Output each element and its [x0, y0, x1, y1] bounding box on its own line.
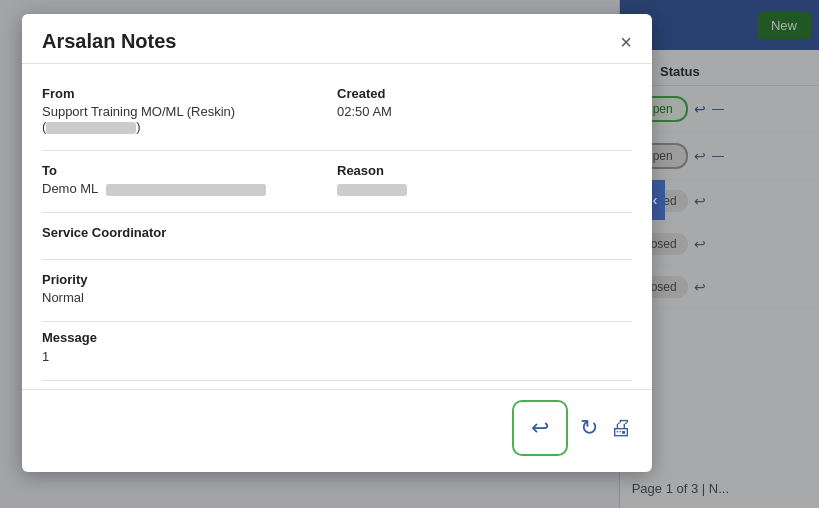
to-field: To Demo ML: [42, 157, 337, 206]
refresh-button[interactable]: ↻: [580, 415, 598, 441]
message-value: 1: [42, 349, 632, 364]
divider2: [42, 212, 632, 213]
reason-label: Reason: [337, 163, 632, 178]
from-field: From Support Training MO/ML (Reskin) (): [42, 80, 337, 144]
reason-value: [337, 181, 632, 196]
print-button[interactable]: 🖨: [610, 415, 632, 441]
created-field: Created 02:50 AM: [337, 80, 632, 144]
service-coordinator-field: Service Coordinator: [42, 219, 632, 253]
priority-label: Priority: [42, 272, 632, 287]
reason-field: Reason: [337, 157, 632, 206]
modal-title: Arsalan Notes: [42, 30, 177, 53]
modal-header: Arsalan Notes ×: [22, 14, 652, 64]
divider: [42, 150, 632, 151]
message-label: Message: [42, 330, 632, 345]
modal-grid: From Support Training MO/ML (Reskin) () …: [42, 80, 632, 144]
to-value: Demo ML: [42, 181, 337, 196]
to-label: To: [42, 163, 337, 178]
created-label: Created: [337, 86, 632, 101]
footer-divider: [42, 380, 632, 381]
modal-footer: ↩ ↻ 🖨: [22, 389, 652, 472]
divider3: [42, 259, 632, 260]
modal-body: From Support Training MO/ML (Reskin) () …: [22, 64, 652, 380]
from-value: Support Training MO/ML (Reskin) (): [42, 104, 337, 134]
from-label: From: [42, 86, 337, 101]
message-section: Message 1: [42, 330, 632, 364]
priority-field: Priority Normal: [42, 266, 632, 315]
close-button[interactable]: ×: [620, 32, 632, 52]
divider4: [42, 321, 632, 322]
service-coordinator-label: Service Coordinator: [42, 225, 632, 240]
modal-grid-2: To Demo ML Reason: [42, 157, 632, 206]
created-value: 02:50 AM: [337, 104, 632, 119]
priority-value: Normal: [42, 290, 632, 305]
arsalan-notes-modal: Arsalan Notes × From Support Training MO…: [22, 14, 652, 472]
reply-button[interactable]: ↩: [512, 400, 568, 456]
